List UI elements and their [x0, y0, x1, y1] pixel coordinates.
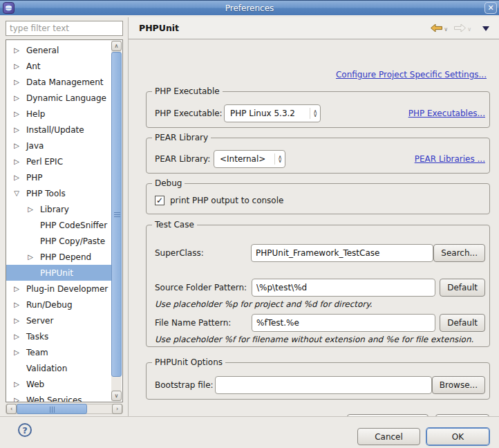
expand-arrow-icon[interactable]: ▷ — [12, 174, 21, 181]
forward-arrow-icon — [453, 24, 467, 32]
help-button[interactable]: ? — [18, 423, 32, 437]
sidebar-item-team[interactable]: ▷Team — [6, 344, 111, 360]
sidebar-item-web-services[interactable]: ▷Web Services — [6, 392, 111, 402]
scroll-left-button[interactable]: ‹ — [6, 404, 17, 414]
horizontal-scrollbar[interactable]: ‹ › — [6, 404, 123, 414]
browse-button[interactable]: Browse... — [432, 376, 485, 394]
php-executable-combo-value: PHP Linux 5.3.2 — [230, 109, 305, 118]
sidebar-item-label: Ant — [26, 62, 41, 71]
vertical-scrollbar-thumb[interactable] — [111, 52, 122, 377]
vertical-scrollbar[interactable]: ∧ ∨ — [111, 41, 122, 401]
sidebar-item-php-copy-paste[interactable]: PHP Copy/Paste — [6, 233, 111, 249]
view-menu-icon[interactable] — [482, 26, 489, 35]
expand-arrow-icon[interactable]: ▷ — [12, 46, 21, 54]
file-name-pattern-input[interactable] — [252, 314, 435, 332]
collapse-arrow-icon[interactable]: ▽ — [12, 189, 21, 197]
preference-page-panel: PHPUnit ∨ ∨ Configure Project Spec — [128, 17, 499, 416]
expand-arrow-icon[interactable]: ▷ — [12, 158, 21, 165]
phpunit-options-group: PHPUnit Options Bootstrap file: Browse..… — [146, 362, 490, 400]
forward-dropdown-icon[interactable]: ∨ — [467, 27, 471, 32]
expand-arrow-icon[interactable]: ▷ — [12, 333, 21, 340]
sidebar-item-server[interactable]: ▷Server — [6, 312, 111, 328]
php-executable-label: PHP Executable: — [155, 109, 224, 118]
combo-separator — [274, 153, 275, 165]
sidebar-item-plug-in-developmer[interactable]: ▷Plug-in Developmer — [6, 281, 111, 297]
superclass-input[interactable] — [251, 244, 433, 262]
php-executables-link[interactable]: PHP Executables... — [408, 109, 485, 118]
sidebar-item-help[interactable]: ▷Help — [6, 106, 111, 122]
sidebar-item-label: PHP — [26, 173, 43, 183]
sidebar-item-label: Validation — [26, 364, 67, 373]
expand-arrow-icon[interactable]: ▷ — [12, 285, 21, 292]
sidebar-item-general[interactable]: ▷General — [6, 42, 111, 58]
expand-arrow-icon[interactable]: ▷ — [26, 253, 35, 261]
back-arrow-icon — [430, 24, 443, 32]
expand-arrow-icon[interactable]: ▷ — [12, 94, 21, 102]
expand-arrow-icon[interactable]: ▷ — [12, 142, 21, 149]
bootstrap-file-input[interactable] — [215, 376, 432, 394]
sidebar-item-java[interactable]: ▷Java — [6, 138, 111, 153]
expand-arrow-icon[interactable]: ▷ — [12, 301, 21, 308]
scroll-up-button[interactable]: ∧ — [111, 41, 122, 51]
dialog-footer: ? Cancel OK — [0, 416, 499, 448]
sidebar-item-run-debug[interactable]: ▷Run/Debug — [6, 297, 111, 312]
pear-library-combo[interactable]: <Internal> ∧∨ — [214, 150, 285, 168]
expand-arrow-icon[interactable]: ▷ — [12, 78, 21, 86]
expand-arrow-icon[interactable]: ▷ — [12, 396, 21, 402]
horizontal-scrollbar-thumb[interactable] — [17, 404, 87, 414]
expand-arrow-icon[interactable]: ▷ — [12, 126, 21, 133]
sidebar-item-library[interactable]: ▷Library — [6, 201, 111, 217]
sidebar-item-php-depend[interactable]: ▷PHP Depend — [6, 249, 111, 265]
forward-button[interactable]: ∨ — [452, 22, 473, 34]
source-folder-pattern-label: Source Folder Pattern: — [155, 283, 252, 292]
sidebar-item-phpunit[interactable]: PHPUnit — [6, 265, 111, 281]
sidebar-item-label: Plug-in Developmer — [26, 284, 108, 294]
expand-arrow-icon[interactable]: ▷ — [12, 62, 21, 70]
expand-arrow-icon[interactable]: ▷ — [12, 380, 21, 388]
back-dropdown-icon[interactable]: ∨ — [444, 27, 448, 32]
source-default-button[interactable]: Default — [440, 279, 485, 297]
close-button[interactable]: ✕ — [484, 2, 497, 14]
sidebar-item-install-update[interactable]: ▷Install/Update — [6, 122, 111, 138]
configure-project-settings-link[interactable]: Configure Project Specific Settings... — [336, 70, 487, 80]
close-icon: ✕ — [487, 4, 493, 12]
sidebar-item-label: Server — [26, 316, 53, 326]
print-output-checkbox[interactable] — [155, 196, 164, 205]
scroll-right-button[interactable]: › — [112, 404, 122, 414]
sidebar-item-web[interactable]: ▷Web — [6, 376, 111, 392]
back-button[interactable]: ∨ — [429, 22, 449, 34]
ok-button[interactable]: OK — [426, 428, 489, 445]
pear-libraries-link[interactable]: PEAR Libraries ... — [415, 154, 485, 164]
sidebar-item-validation[interactable]: Validation — [6, 360, 111, 376]
expand-arrow-icon[interactable]: ▷ — [12, 110, 21, 118]
sidebar-item-dynamic-language[interactable]: ▷Dynamic Language — [6, 90, 111, 106]
php-executable-legend: PHP Executable — [152, 86, 223, 96]
sidebar-item-php-tools[interactable]: ▽PHP Tools — [6, 185, 111, 201]
sidebar-item-perl-epic[interactable]: ▷Perl EPIC — [6, 153, 111, 169]
sidebar-item-php[interactable]: ▷PHP — [6, 169, 111, 185]
combo-separator — [310, 108, 310, 119]
sidebar-item-label: Library — [40, 205, 69, 214]
debug-group: Debug print PHP output to console — [146, 183, 490, 214]
sidebar-item-label: Run/Debug — [26, 300, 73, 310]
sidebar-item-label: Web Services — [26, 395, 82, 403]
cancel-button[interactable]: Cancel — [357, 428, 420, 445]
filter-input[interactable] — [6, 21, 123, 36]
sidebar-item-tasks[interactable]: ▷Tasks — [6, 328, 111, 344]
expand-arrow-icon[interactable]: ▷ — [26, 205, 35, 213]
eclipse-logo-icon — [3, 2, 15, 14]
debug-legend: Debug — [152, 178, 185, 188]
preferences-dialog: Preferences ✕ ▷General▷Ant▷Data Manageme… — [0, 0, 499, 448]
test-case-group: Test Case SuperClass: Search... Source F… — [146, 225, 490, 347]
source-folder-pattern-input[interactable] — [252, 279, 435, 297]
filename-default-button[interactable]: Default — [440, 314, 485, 332]
search-button[interactable]: Search... — [433, 244, 485, 262]
expand-arrow-icon[interactable]: ▷ — [12, 348, 21, 356]
sidebar-item-ant[interactable]: ▷Ant — [6, 58, 111, 74]
scroll-down-button[interactable]: ∨ — [111, 391, 122, 401]
sidebar-item-data-management[interactable]: ▷Data Management — [6, 74, 111, 90]
php-executable-combo[interactable]: PHP Linux 5.3.2 ∧∨ — [224, 104, 321, 122]
filename-pattern-note: Use placeholder %f for filename without … — [155, 335, 473, 344]
expand-arrow-icon[interactable]: ▷ — [12, 317, 21, 324]
sidebar-item-php-codesniffer[interactable]: PHP CodeSniffer — [6, 217, 111, 233]
